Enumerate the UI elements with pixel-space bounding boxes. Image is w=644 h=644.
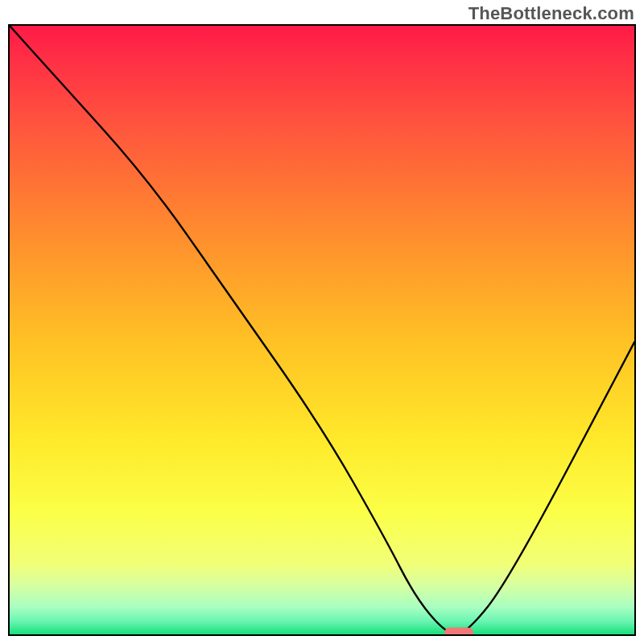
watermark: TheBottleneck.com (469, 3, 634, 24)
chart-frame (8, 24, 636, 636)
optimal-marker (444, 628, 473, 637)
chart-plot-area (10, 26, 634, 634)
bottleneck-curve-path (10, 26, 634, 634)
